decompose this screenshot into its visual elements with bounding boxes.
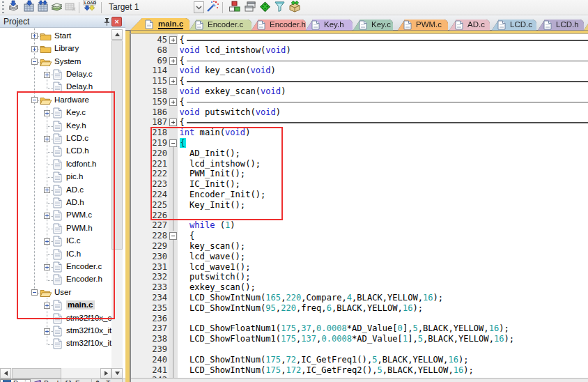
code-line-227[interactable]: 227 while (1) <box>131 220 588 231</box>
code-line-233[interactable]: 233 exkey_scan(); <box>131 282 588 293</box>
code-line-159[interactable]: 159{ <box>131 97 588 107</box>
fold-expand-icon[interactable] <box>169 36 177 44</box>
fold-expand-icon[interactable] <box>169 98 177 106</box>
document-icon <box>145 20 153 29</box>
panel-tab-books[interactable]: Books <box>31 379 61 382</box>
editor-tab-key-c[interactable]: Key.c <box>353 20 393 31</box>
collapse-icon[interactable] <box>31 59 38 65</box>
tree-item-library[interactable]: Library <box>0 43 111 55</box>
code-text: void lcd_intshow(void) <box>180 45 291 56</box>
code-line-187[interactable]: 187{ <box>131 117 588 128</box>
code-line-237[interactable]: 237 LCD_ShowFloatNum1(175,37,0.0008*AD_V… <box>131 323 588 334</box>
fold-expand-icon[interactable] <box>169 119 177 126</box>
tree-hscroll-thumb[interactable] <box>12 368 61 379</box>
code-line-68[interactable]: 68void lcd_intshow(void) <box>131 45 588 56</box>
scroll-down-button[interactable] <box>111 368 123 379</box>
tree-item-stm32f10x-it[interactable]: stm32f10x_it <box>0 325 111 337</box>
expand-icon[interactable] <box>31 33 38 39</box>
editor-tab-encoder-h[interactable]: Encoder.h <box>252 20 306 31</box>
expand-icon[interactable] <box>44 328 50 335</box>
funnel-icon <box>273 0 286 16</box>
document-icon <box>195 20 203 30</box>
code-text: LCD_ShowIntNum(175,172,IC_GetFreq2(),5,B… <box>180 365 474 376</box>
tree-item-delay-c[interactable]: Delay.c <box>0 68 111 81</box>
pack-installer-button[interactable] <box>288 1 302 15</box>
code-line-114[interactable]: 114void key_scan(void) <box>131 66 588 76</box>
fold-guide-line <box>173 262 173 273</box>
file-icon <box>53 326 62 337</box>
tree-horizontal-scrollbar[interactable] <box>0 368 111 379</box>
code-line-69[interactable]: 69{ <box>131 56 588 66</box>
code-text: { <box>180 76 185 86</box>
editor-tab-key-h[interactable]: Key.h <box>306 20 353 31</box>
scroll-right-button[interactable] <box>100 368 111 379</box>
batch-build-icon <box>50 0 63 16</box>
code-line-229[interactable]: 229 key_scan(); <box>131 241 588 252</box>
tab-label: Key.c <box>371 20 391 29</box>
rebuild-button[interactable] <box>36 1 49 15</box>
scroll-left-button[interactable] <box>0 368 11 379</box>
line-number: 229 <box>131 241 168 252</box>
code-line-232[interactable]: 232 putswitch(); <box>131 272 588 282</box>
translate-button[interactable] <box>6 1 20 15</box>
code-line-228[interactable]: 228 { <box>131 231 588 241</box>
scroll-up-button[interactable] <box>111 29 123 40</box>
batch-build-button[interactable] <box>49 1 63 15</box>
multi-window-button[interactable] <box>243 1 257 15</box>
code-line-239[interactable]: 239 <box>131 344 588 355</box>
code-line-234[interactable]: 234 LCD_ShowIntNum(165,220,Compare,4,BLA… <box>131 293 588 303</box>
code-line-240[interactable]: 240 LCD_ShowIntNum(175,72,IC_GetFreq1(),… <box>131 355 588 365</box>
code-line-236[interactable]: 236 <box>131 314 588 324</box>
close-panel-button[interactable]: ✕ <box>111 17 122 26</box>
load-button[interactable]: LOAD <box>82 1 96 15</box>
editor-tab-main-c[interactable]: main.c <box>130 18 189 31</box>
fold-expand-icon[interactable] <box>169 57 177 65</box>
tab-label: PWM.c <box>416 20 442 29</box>
expand-icon[interactable] <box>44 72 50 78</box>
line-number: 158 <box>131 86 168 97</box>
editor-tab-encoder-c[interactable]: Encoder.c <box>189 20 252 31</box>
tree-item-stm32f10x-it[interactable]: stm32f10x_it <box>0 337 111 350</box>
code-line-230[interactable]: 230 lcd_wave(); <box>131 252 588 262</box>
tab-label: LCD.h <box>556 20 579 29</box>
editor-tab-clipped[interactable] <box>584 20 588 31</box>
line-number: 68 <box>131 45 168 56</box>
tree-item-label: System <box>54 57 81 66</box>
tree-item-start[interactable]: Start <box>0 30 111 43</box>
editor-tab-pwm-c[interactable]: PWM.c <box>398 20 448 31</box>
panel-tab-functions[interactable]: {}Functions <box>61 379 92 382</box>
code-line-158[interactable]: 158void exkey_scan(void) <box>131 86 588 97</box>
options-for-target-button[interactable] <box>205 1 219 15</box>
tree-item-system[interactable]: System <box>0 56 111 68</box>
runtime-environment-button[interactable] <box>258 1 272 15</box>
line-number: 233 <box>131 282 168 293</box>
target-select-dropdown[interactable] <box>194 1 204 13</box>
code-line-115[interactable]: 115{ <box>131 76 588 86</box>
editor-tab-lcd-h[interactable]: LCD.h <box>538 20 584 31</box>
code-line-238[interactable]: 238 LCD_ShowFloatNum1(175,137,0.0008*AD_… <box>131 334 588 344</box>
panel-tab-project[interactable]: Project <box>0 379 31 382</box>
code-line-231[interactable]: 231 lcd_wave1(); <box>131 262 588 273</box>
target-select-value[interactable]: Target 1 <box>109 2 139 12</box>
expand-icon[interactable] <box>31 46 38 52</box>
panel-tab-templates[interactable]: 01Templates <box>92 379 123 382</box>
build-button[interactable] <box>22 1 36 15</box>
editor-horizontal-scrollbar[interactable] <box>131 378 588 382</box>
manage-components-button[interactable] <box>227 1 241 15</box>
fold-expand-icon[interactable] <box>169 77 177 85</box>
panel-tab-label: Books <box>44 379 61 382</box>
code-line-45[interactable]: 45{ <box>131 35 588 45</box>
editor-tab-ad-c[interactable]: AD.c <box>449 20 490 31</box>
toolbar-grip[interactable] <box>2 1 4 14</box>
code-line-235[interactable]: 235 LCD_ShowIntNum(95,220,freq,6,BLACK,Y… <box>131 303 588 314</box>
annotation-box-2 <box>150 127 283 220</box>
keil-uvision-window: LOAD Target 1 Project ✕ StartLibrarySyst… <box>0 0 588 382</box>
code-line-241[interactable]: 241 LCD_ShowIntNum(175,172,IC_GetFreq2()… <box>131 365 588 376</box>
pin-icon[interactable] <box>102 17 111 26</box>
fold-collapse-icon[interactable] <box>169 232 177 240</box>
code-line-186[interactable]: 186void putswitch(void) <box>131 107 588 118</box>
tab-label: LCD.c <box>510 20 532 29</box>
editor-tab-lcd-c[interactable]: LCD.c <box>492 20 536 31</box>
filter-button[interactable] <box>272 1 286 15</box>
stop-build-button[interactable] <box>63 1 77 15</box>
